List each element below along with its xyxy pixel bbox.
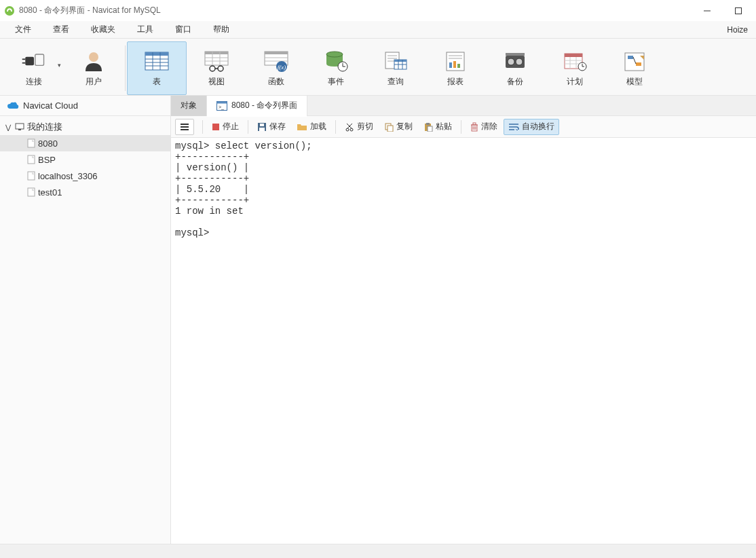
save-label: 保存	[269, 121, 286, 132]
db-icon	[27, 187, 35, 197]
toolbar-table-label: 表	[153, 76, 161, 88]
svg-rect-3	[25, 57, 34, 66]
report-icon	[442, 49, 469, 73]
tab-objects[interactable]: 对象	[171, 96, 207, 116]
paste-icon	[423, 122, 433, 132]
tree-item-bsp[interactable]: BSP	[0, 151, 170, 168]
toolbar-connect[interactable]: 连接 ▾	[4, 41, 64, 95]
model-icon	[621, 49, 648, 73]
view-icon	[203, 49, 230, 73]
console-icon: >_	[216, 101, 227, 111]
svg-rect-40	[394, 60, 407, 62]
app-icon	[4, 5, 15, 16]
svg-rect-25	[265, 52, 288, 54]
toolbar-user-label: 用户	[86, 76, 102, 88]
svg-point-51	[508, 58, 514, 65]
toolbar-query[interactable]: 查询	[366, 41, 426, 95]
tree-root[interactable]: ⋁ 我的连接	[0, 119, 170, 135]
tab-console[interactable]: >_ 8080 - 命令列界面	[207, 96, 307, 116]
wrap-label: 自动换行	[522, 121, 554, 132]
menu-file[interactable]: 文件	[5, 21, 41, 38]
navicat-cloud-row[interactable]: Navicat Cloud	[0, 96, 170, 116]
svg-rect-63	[625, 53, 644, 71]
svg-rect-55	[565, 54, 582, 57]
cloud-icon	[7, 101, 19, 111]
expand-icon[interactable]: ⋁	[5, 124, 12, 131]
menu-help[interactable]: 帮助	[204, 21, 239, 38]
svg-point-7	[89, 52, 98, 62]
toolbar-function-label: 函数	[268, 76, 284, 88]
cut-button[interactable]: 剪切	[340, 119, 378, 135]
tab-console-label: 8080 - 命令列界面	[231, 100, 297, 111]
stop-icon	[212, 123, 220, 131]
svg-rect-70	[28, 155, 35, 164]
svg-point-83	[346, 128, 349, 131]
tab-objects-label: 对象	[181, 100, 197, 111]
tree-item-8080[interactable]: 8080	[0, 135, 170, 151]
menu-favorites[interactable]: 收藏夹	[81, 21, 125, 38]
toolbar-model[interactable]: 模型	[605, 41, 664, 95]
function-icon: f(x)	[263, 49, 290, 73]
menu-button[interactable]	[175, 119, 194, 135]
menu-tools[interactable]: 工具	[128, 21, 163, 38]
console-output[interactable]: mysql> select version(); +-----------+ |…	[171, 138, 756, 544]
save-icon	[257, 122, 267, 132]
db-icon	[27, 155, 35, 164]
svg-rect-6	[35, 54, 44, 65]
svg-rect-67	[16, 124, 24, 129]
minimize-button[interactable]	[698, 4, 717, 18]
tree-item-test01[interactable]: test01	[0, 184, 170, 200]
load-button[interactable]: 加载	[292, 119, 331, 135]
db-icon	[27, 138, 35, 148]
svg-rect-16	[205, 52, 228, 54]
svg-point-84	[350, 128, 353, 131]
wrap-button[interactable]: 自动换行	[504, 119, 559, 135]
backup-icon	[502, 49, 529, 73]
toolbar-connect-label: 连接	[26, 76, 42, 88]
toolbar-view-label: 视图	[208, 76, 225, 88]
paste-button[interactable]: 粘贴	[419, 119, 457, 135]
clear-button[interactable]: 清除	[466, 119, 502, 135]
tree-item-label: test01	[38, 187, 62, 198]
maximize-button[interactable]	[729, 4, 748, 18]
monitor-icon	[15, 123, 24, 131]
svg-rect-74	[217, 101, 227, 103]
menu-window[interactable]: 窗口	[166, 21, 201, 38]
toolbar-view[interactable]: 视图	[187, 41, 246, 95]
save-button[interactable]: 保存	[252, 119, 290, 135]
title-bar: 8080 - 命令列界面 - Navicat for MySQL	[0, 0, 756, 21]
toolbar-schedule[interactable]: 计划	[545, 41, 605, 95]
svg-point-21	[210, 66, 215, 71]
wrap-icon	[508, 123, 519, 131]
trash-icon	[470, 122, 478, 132]
toolbar-backup[interactable]: 备份	[485, 41, 545, 95]
console-toolbar: 停止 保存 加载 剪切 复制	[171, 116, 756, 138]
tree-item-localhost[interactable]: localhost_3306	[0, 168, 170, 184]
svg-rect-94	[473, 123, 476, 125]
svg-rect-53	[506, 53, 525, 56]
stop-button[interactable]: 停止	[207, 119, 244, 135]
svg-rect-5	[22, 62, 26, 64]
svg-point-22	[218, 66, 223, 71]
toolbar-user[interactable]: 用户	[64, 41, 124, 95]
svg-rect-79	[212, 124, 219, 130]
toolbar-report[interactable]: 报表	[426, 41, 485, 95]
toolbar-function[interactable]: f(x) 函数	[246, 41, 306, 95]
cut-label: 剪切	[357, 121, 373, 132]
svg-rect-9	[145, 52, 168, 56]
toolbar-event[interactable]: 事件	[306, 41, 366, 95]
plug-icon	[20, 49, 48, 73]
menu-view[interactable]: 查看	[43, 21, 79, 38]
svg-rect-48	[453, 61, 456, 68]
stop-label: 停止	[223, 121, 239, 132]
tree-root-label: 我的连接	[27, 121, 62, 133]
schedule-icon	[561, 49, 588, 73]
svg-rect-90	[426, 123, 430, 125]
tree-item-label: localhost_3306	[38, 171, 97, 181]
toolbar-query-label: 查询	[388, 76, 404, 88]
svg-line-85	[347, 124, 352, 128]
paste-label: 粘贴	[436, 121, 452, 132]
copy-button[interactable]: 复制	[379, 119, 417, 135]
toolbar-table[interactable]: 表	[127, 41, 187, 95]
window-title: 8080 - 命令列界面 - Navicat for MySQL	[19, 5, 161, 16]
